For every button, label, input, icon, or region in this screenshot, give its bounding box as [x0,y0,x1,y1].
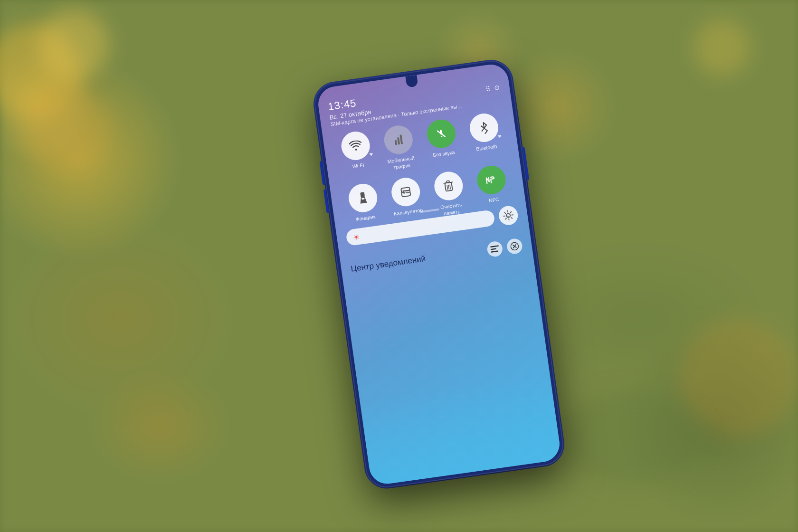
qs-label-bluetooth: Bluetooth [476,143,498,153]
qs-label-calculator: Калькулятор [393,207,423,218]
svg-rect-2 [399,134,403,144]
svg-line-9 [406,193,409,193]
qs-btn-mobile-data[interactable] [382,124,414,156]
svg-text:A: A [507,215,509,218]
bokeh-4 [694,19,750,76]
svg-line-23 [504,212,505,213]
qs-btn-no-sound[interactable] [425,118,457,150]
svg-rect-28 [490,245,499,247]
svg-rect-0 [394,140,397,145]
notification-actions [486,238,523,257]
notification-center: Центр уведомлений [350,238,524,281]
qs-label-no-sound: Без звука [432,149,455,159]
qs-item-calculator[interactable]: Калькулятор [385,175,428,225]
status-icons: ⠿ ⊙ [485,83,501,93]
qs-item-flashlight[interactable]: Фонарик [342,181,386,231]
svg-rect-4 [360,192,364,198]
svg-rect-30 [491,250,498,253]
svg-line-16 [448,185,449,190]
svg-line-24 [511,218,512,218]
qs-label-wifi: Wi-Fi [352,162,364,170]
grid-icon: ⠿ [485,85,491,93]
svg-rect-1 [397,137,400,144]
notification-close-button[interactable] [506,238,523,255]
bluetooth-arrow [497,135,502,138]
brightness-min-icon: ☀ [352,232,361,242]
svg-line-7 [403,191,404,194]
svg-line-25 [510,212,511,213]
qs-item-nfc[interactable]: NFC [470,163,514,213]
wifi-arrow [369,153,373,156]
qs-btn-nfc[interactable] [475,164,507,196]
bokeh-3 [24,86,109,171]
svg-line-15 [447,185,447,190]
qs-label-flashlight: Фонарик [355,214,376,223]
camera-indicator: ⊙ [494,83,500,92]
qs-item-mobile-data[interactable]: Мобильныйтрафик [378,123,421,172]
svg-line-26 [505,218,506,219]
qs-btn-calculator[interactable] [390,176,422,209]
qs-label-nfc: NFC [488,196,499,204]
qs-label-mobile-data: Мобильныйтрафик [387,155,416,171]
bokeh-2 [38,10,109,81]
qs-item-bluetooth[interactable]: Bluetooth [463,111,507,161]
qs-btn-flashlight[interactable] [347,182,379,214]
notification-center-title: Центр уведомлений [350,254,426,274]
bokeh-6 [560,390,703,484]
notification-list-button[interactable] [486,240,504,257]
svg-line-17 [450,185,450,190]
qs-item-clear-memory[interactable]: Очиститьпамять [428,170,471,219]
brightness-auto-button[interactable]: A [498,205,519,226]
qs-btn-wifi[interactable] [339,130,371,162]
qs-btn-bluetooth[interactable] [468,112,500,144]
qs-btn-clear-memory[interactable] [432,170,465,202]
notch [405,75,418,88]
qs-item-wifi[interactable]: Wi-Fi [334,129,378,179]
svg-rect-14 [446,181,449,183]
svg-rect-29 [491,248,496,250]
qs-item-no-sound[interactable]: Без звука [420,117,464,166]
